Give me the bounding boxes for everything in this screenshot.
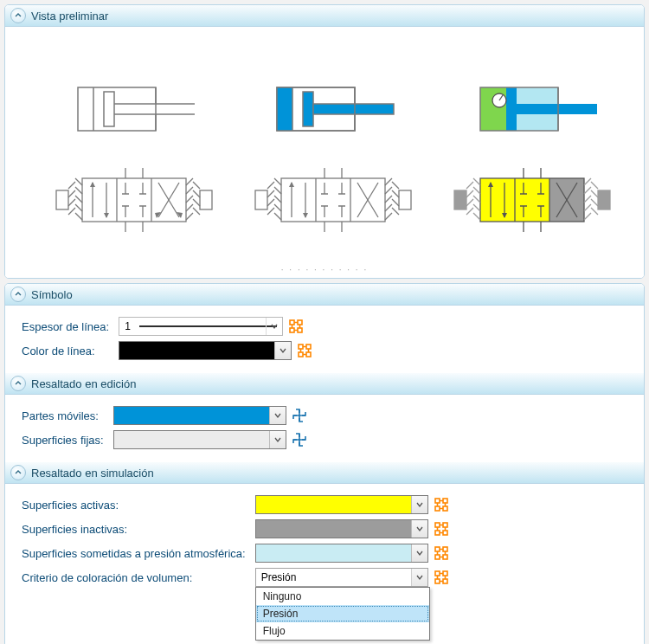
reset-line-thickness-button[interactable] bbox=[288, 319, 304, 334]
svg-rect-120 bbox=[443, 523, 447, 527]
svg-rect-68 bbox=[515, 178, 549, 222]
svg-rect-94 bbox=[298, 328, 302, 332]
inactive-surfaces-color-picker[interactable] bbox=[255, 519, 428, 538]
svg-rect-17 bbox=[517, 87, 558, 104]
collapse-icon[interactable] bbox=[10, 287, 26, 302]
svg-rect-135 bbox=[435, 571, 440, 576]
svg-rect-89 bbox=[454, 190, 466, 209]
reset-volume-criterion-button[interactable] bbox=[434, 570, 449, 585]
svg-rect-136 bbox=[443, 571, 447, 576]
svg-rect-119 bbox=[435, 523, 440, 527]
line-color-picker[interactable] bbox=[119, 341, 292, 360]
symbol-header[interactable]: Símbolo bbox=[5, 284, 644, 306]
atm-surfaces-label: Superficies sometidas a presión atmosfér… bbox=[21, 543, 254, 564]
svg-rect-45 bbox=[200, 190, 212, 209]
svg-rect-137 bbox=[435, 579, 440, 583]
svg-rect-129 bbox=[435, 555, 440, 559]
symbol-panel: Símbolo Espesor de línea: 1 bbox=[4, 283, 645, 644]
svg-rect-122 bbox=[443, 531, 447, 535]
collapse-icon[interactable] bbox=[10, 376, 26, 391]
symbol-title: Símbolo bbox=[31, 288, 73, 301]
svg-rect-0 bbox=[78, 87, 156, 131]
collapse-icon[interactable] bbox=[10, 8, 26, 23]
edit-highlight-title: Resaltado en edición bbox=[31, 377, 136, 390]
moving-parts-label: Partes móviles: bbox=[21, 405, 112, 426]
reset-active-surfaces-button[interactable] bbox=[434, 497, 449, 512]
sim-highlight-header[interactable]: Resaltado en simulación bbox=[5, 462, 644, 484]
svg-rect-130 bbox=[443, 555, 447, 559]
chevron-down-icon bbox=[269, 407, 286, 424]
criterion-option-presion[interactable]: Presión bbox=[256, 605, 429, 622]
preview-body: · · · · · · · · · · · bbox=[5, 27, 644, 278]
inactive-surfaces-label: Superficies inactivas: bbox=[21, 518, 254, 539]
svg-rect-11 bbox=[313, 104, 394, 114]
moving-parts-color-picker[interactable] bbox=[113, 406, 286, 425]
svg-rect-138 bbox=[443, 579, 447, 583]
svg-rect-99 bbox=[299, 345, 303, 349]
svg-rect-66 bbox=[399, 190, 411, 209]
chevron-down-icon bbox=[411, 569, 427, 586]
svg-rect-19 bbox=[517, 104, 597, 114]
svg-rect-93 bbox=[290, 328, 294, 332]
svg-rect-10 bbox=[303, 92, 313, 126]
svg-rect-113 bbox=[435, 506, 440, 511]
svg-rect-2 bbox=[104, 92, 114, 126]
svg-rect-111 bbox=[435, 499, 440, 503]
svg-rect-67 bbox=[480, 178, 515, 222]
atm-surfaces-color-picker[interactable] bbox=[255, 544, 428, 563]
preview-diagram bbox=[9, 27, 640, 269]
chevron-down-icon bbox=[411, 520, 427, 538]
svg-rect-121 bbox=[435, 531, 440, 535]
line-color-label: Color de línea: bbox=[21, 340, 118, 361]
svg-rect-91 bbox=[290, 320, 294, 325]
active-surfaces-color-picker[interactable] bbox=[255, 495, 428, 514]
edit-highlight-header[interactable]: Resaltado en edición bbox=[5, 373, 644, 395]
chevron-down-icon bbox=[274, 342, 291, 359]
volume-criterion-label: Criterio de coloración de volumen: bbox=[21, 567, 254, 588]
volume-criterion-dropdown: Ninguno Presión Flujo bbox=[255, 587, 430, 641]
svg-rect-44 bbox=[56, 190, 68, 209]
svg-rect-65 bbox=[255, 190, 267, 209]
criterion-option-ninguno[interactable]: Ninguno bbox=[256, 588, 429, 605]
svg-rect-100 bbox=[306, 345, 311, 349]
svg-rect-112 bbox=[443, 499, 447, 503]
preview-title: Vista preliminar bbox=[31, 10, 108, 23]
preview-panel: Vista preliminar bbox=[4, 4, 645, 279]
volume-criterion-value: Presión bbox=[261, 571, 297, 583]
reset-moving-parts-button[interactable] bbox=[292, 408, 307, 423]
reset-atm-surfaces-button[interactable] bbox=[434, 545, 449, 561]
fixed-surfaces-color-picker[interactable] bbox=[113, 430, 286, 449]
collapse-icon[interactable] bbox=[10, 465, 26, 480]
chevron-down-icon bbox=[411, 544, 427, 562]
line-thickness-select[interactable]: 1 bbox=[119, 317, 283, 336]
chevron-down-icon bbox=[269, 431, 286, 448]
svg-rect-128 bbox=[443, 547, 447, 551]
chevron-down-icon bbox=[266, 318, 282, 335]
line-thickness-value: 1 bbox=[125, 320, 131, 332]
svg-rect-114 bbox=[443, 506, 447, 511]
fixed-surfaces-label: Superficies fijas: bbox=[21, 429, 112, 450]
svg-rect-90 bbox=[598, 190, 610, 209]
svg-rect-102 bbox=[306, 352, 311, 357]
svg-rect-16 bbox=[506, 87, 517, 131]
svg-rect-8 bbox=[277, 87, 292, 131]
volume-criterion-select[interactable]: Presión Ninguno Presión Flujo bbox=[255, 568, 428, 587]
reset-inactive-surfaces-button[interactable] bbox=[434, 521, 449, 537]
line-thickness-label: Espesor de línea: bbox=[21, 316, 118, 337]
active-surfaces-label: Superficies activas: bbox=[21, 494, 254, 515]
reset-line-color-button[interactable] bbox=[297, 343, 312, 358]
criterion-option-flujo[interactable]: Flujo bbox=[256, 622, 429, 640]
resize-grip[interactable]: · · · · · · · · · · · bbox=[5, 265, 644, 274]
svg-rect-46 bbox=[281, 178, 385, 222]
sim-highlight-title: Resaltado en simulación bbox=[31, 467, 154, 480]
preview-header[interactable]: Vista preliminar bbox=[5, 5, 644, 27]
reset-fixed-surfaces-button[interactable] bbox=[292, 432, 307, 448]
chevron-down-icon bbox=[411, 496, 427, 513]
svg-rect-25 bbox=[82, 178, 186, 222]
svg-rect-18 bbox=[517, 114, 558, 131]
svg-rect-127 bbox=[435, 547, 440, 551]
svg-rect-101 bbox=[299, 352, 303, 357]
svg-rect-92 bbox=[298, 320, 302, 325]
